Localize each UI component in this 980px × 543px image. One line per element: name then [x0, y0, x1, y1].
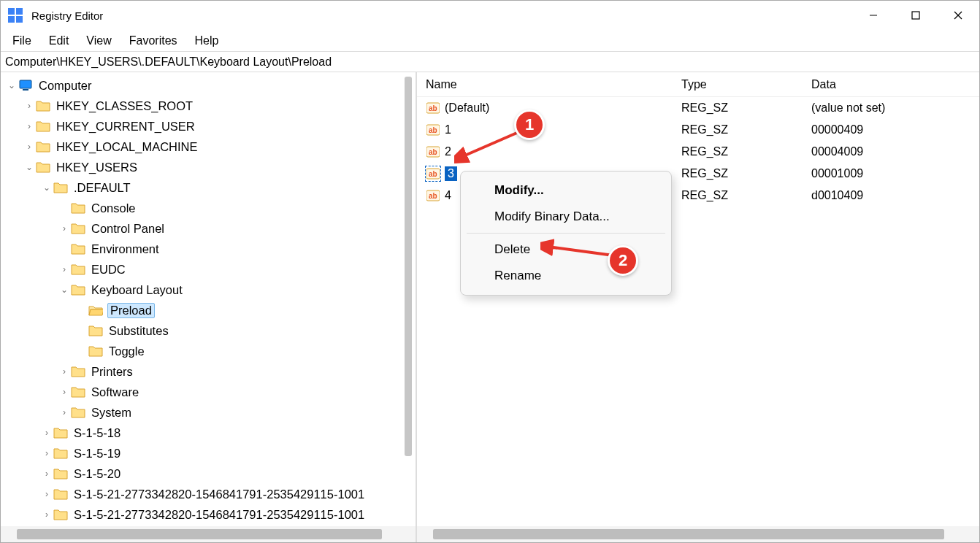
window-title: Registry Editor: [31, 9, 103, 22]
folder-icon: [53, 180, 68, 195]
folder-icon: [71, 242, 85, 256]
chevron-right-icon[interactable]: ›: [40, 448, 53, 458]
folder-icon: [71, 282, 85, 297]
folder-icon: [71, 405, 85, 420]
address-bar[interactable]: Computer\HKEY_USERS\.DEFAULT\Keyboard La…: [1, 52, 979, 72]
folder-icon: [53, 446, 68, 461]
context-modify-binary[interactable]: Modify Binary Data...: [461, 204, 671, 230]
folder-icon: [53, 487, 68, 501]
folder-icon: [88, 323, 103, 338]
context-separator: [467, 233, 665, 234]
folder-icon: [36, 119, 50, 134]
tree-s1520[interactable]: › S-1-5-20: [1, 463, 416, 484]
reg-string-icon: [426, 101, 440, 115]
tree-hklm[interactable]: › HKEY_LOCAL_MACHINE: [1, 136, 416, 157]
reg-string-icon: [426, 188, 440, 203]
tree-pane: ⌄ Computer › HKEY_CLASSES_ROOT › HKEY_CU…: [1, 72, 417, 542]
chevron-right-icon[interactable]: ›: [40, 469, 53, 479]
app-icon: [7, 7, 24, 24]
chevron-right-icon[interactable]: ›: [23, 142, 36, 152]
annotation-badge-2: 2: [608, 245, 638, 276]
chevron-down-icon[interactable]: ⌄: [5, 80, 18, 90]
tree-eudc[interactable]: › EUDC: [1, 259, 416, 280]
folder-open-icon: [88, 303, 103, 317]
reg-string-icon: [426, 123, 440, 137]
chevron-right-icon[interactable]: ›: [58, 223, 71, 234]
context-rename[interactable]: Rename: [461, 263, 671, 289]
svg-rect-10: [912, 12, 919, 19]
tree-console[interactable]: Console: [1, 198, 416, 218]
folder-icon: [71, 262, 85, 277]
chevron-right-icon[interactable]: ›: [58, 407, 71, 417]
menu-file[interactable]: File: [4, 31, 40, 50]
titlebar[interactable]: Registry Editor: [1, 1, 979, 30]
tree-hscroll[interactable]: [1, 526, 416, 542]
svg-line-13: [462, 130, 524, 157]
context-modify[interactable]: Modify...: [461, 177, 671, 204]
tree-s1521a[interactable]: › S-1-5-21-2773342820-1546841791-2535429…: [1, 484, 416, 504]
chevron-right-icon[interactable]: ›: [40, 489, 53, 499]
header-name[interactable]: Name: [426, 78, 681, 91]
chevron-right-icon[interactable]: ›: [23, 121, 36, 131]
menu-help[interactable]: Help: [186, 31, 228, 50]
tree-toggle[interactable]: Toggle: [1, 341, 416, 361]
menu-edit[interactable]: Edit: [40, 31, 78, 50]
chevron-down-icon[interactable]: ⌄: [40, 182, 53, 193]
tree-keyboardlayout[interactable]: ⌄ Keyboard Layout: [1, 280, 416, 300]
reg-string-icon: [426, 145, 440, 159]
close-button[interactable]: [937, 1, 979, 30]
computer-icon: [18, 78, 33, 93]
tree-hku[interactable]: ⌄ HKEY_USERS: [1, 157, 416, 177]
svg-line-14: [548, 247, 613, 255]
chevron-right-icon[interactable]: ›: [40, 428, 53, 438]
folder-icon: [71, 364, 85, 379]
header-data[interactable]: Data: [811, 78, 979, 91]
chevron-right-icon[interactable]: ›: [40, 509, 53, 520]
tree-preload[interactable]: Preload: [1, 300, 416, 320]
tree-hkcr[interactable]: › HKEY_CLASSES_ROOT: [1, 96, 416, 116]
chevron-right-icon[interactable]: ›: [23, 101, 36, 111]
menu-view[interactable]: View: [77, 31, 120, 50]
address-path: Computer\HKEY_USERS\.DEFAULT\Keyboard La…: [5, 55, 332, 69]
header-type[interactable]: Type: [681, 78, 811, 91]
folder-icon: [53, 466, 68, 481]
tree-printers[interactable]: › Printers: [1, 361, 416, 382]
tree-s1518[interactable]: › S-1-5-18: [1, 423, 416, 443]
menubar: File Edit View Favorites Help: [1, 30, 979, 52]
annotation-badge-1: 1: [514, 109, 545, 140]
folder-icon: [36, 160, 50, 174]
folder-icon: [71, 201, 85, 215]
tree-controlpanel[interactable]: › Control Panel: [1, 218, 416, 239]
chevron-right-icon[interactable]: ›: [58, 366, 71, 377]
maximize-button[interactable]: [895, 1, 937, 30]
tree-default[interactable]: ⌄ .DEFAULT: [1, 177, 416, 198]
tree-substitutes[interactable]: Substitutes: [1, 320, 416, 341]
tree-computer[interactable]: ⌄ Computer: [1, 75, 416, 96]
tree-s1521b[interactable]: › S-1-5-21-2773342820-1546841791-2535429…: [1, 504, 416, 525]
folder-icon: [71, 221, 85, 236]
tree-environment[interactable]: Environment: [1, 239, 416, 259]
reg-string-icon: [426, 166, 440, 181]
folder-icon: [53, 507, 68, 522]
folder-icon: [88, 344, 103, 358]
folder-icon: [36, 139, 50, 154]
folder-icon: [53, 425, 68, 440]
context-menu: Modify... Modify Binary Data... Delete R…: [460, 171, 672, 296]
folder-icon: [36, 99, 50, 113]
tree-system[interactable]: › System: [1, 402, 416, 423]
list-header: Name Type Data: [417, 72, 979, 97]
list-hscroll[interactable]: [417, 526, 979, 542]
tree-scrollbar[interactable]: [402, 74, 414, 468]
tree-software[interactable]: › Software: [1, 382, 416, 402]
chevron-down-icon[interactable]: ⌄: [23, 162, 36, 172]
value-row-default[interactable]: (Default) REG_SZ (value not set): [426, 97, 979, 119]
folder-icon: [71, 385, 85, 399]
tree-hkcu[interactable]: › HKEY_CURRENT_USER: [1, 116, 416, 136]
menu-favorites[interactable]: Favorites: [120, 31, 186, 50]
chevron-right-icon[interactable]: ›: [58, 264, 71, 274]
chevron-right-icon[interactable]: ›: [58, 387, 71, 397]
minimize-button[interactable]: [852, 1, 895, 30]
chevron-down-icon[interactable]: ⌄: [58, 285, 71, 295]
tree-s1519[interactable]: › S-1-5-19: [1, 443, 416, 463]
